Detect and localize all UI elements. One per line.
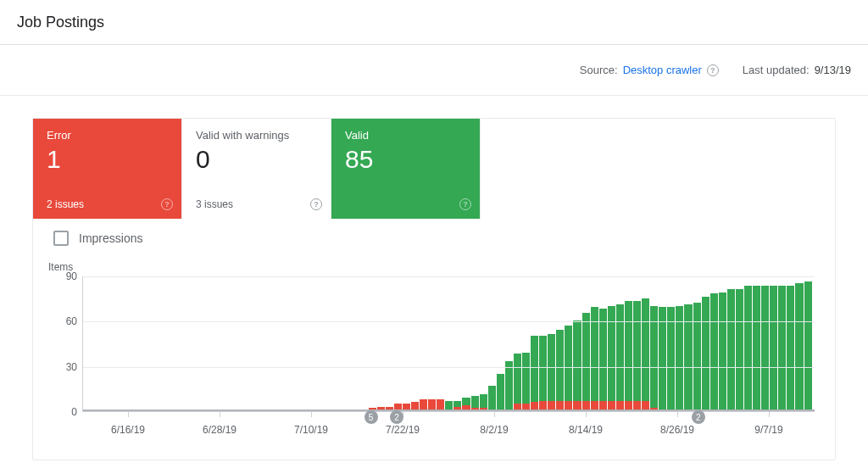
source-link[interactable]: Desktop crawler — [623, 64, 702, 76]
bar — [505, 361, 513, 411]
x-tick: 7/22/19 — [386, 424, 420, 436]
bar — [531, 336, 538, 411]
y-tick: 90 — [66, 270, 77, 282]
content: Error 1 2 issues ? Valid with warnings 0… — [0, 96, 868, 460]
tile-valid[interactable]: Valid 85 ? — [331, 119, 481, 219]
bar — [727, 289, 735, 411]
bars — [83, 276, 815, 411]
bar — [702, 297, 709, 411]
y-tick: 30 — [66, 361, 77, 373]
last-updated: Last updated: 9/13/19 — [743, 64, 851, 76]
help-icon[interactable]: ? — [161, 198, 173, 210]
meta-bar: Source: Desktop crawler ? Last updated: … — [0, 45, 868, 96]
y-axis: 0306090 — [53, 276, 82, 412]
bar — [497, 374, 504, 411]
bar — [539, 336, 547, 411]
bar — [616, 304, 624, 411]
bar — [719, 292, 726, 411]
bar — [736, 289, 743, 411]
bar — [582, 313, 590, 411]
x-axis: 6/16/196/28/197/10/197/22/198/2/198/14/1… — [82, 412, 815, 443]
bar — [642, 298, 649, 411]
bar — [633, 301, 641, 411]
tile-warning[interactable]: Valid with warnings 0 3 issues ? — [182, 119, 331, 219]
timeline-marker[interactable]: 2 — [692, 410, 705, 424]
timeline-marker[interactable]: 5 — [364, 410, 378, 424]
bar — [753, 286, 760, 411]
help-icon[interactable]: ? — [707, 64, 719, 76]
bar — [565, 326, 572, 411]
bar — [514, 354, 521, 411]
chart-section: Impressions Items 0306090 6/16/196/28/19… — [33, 219, 835, 460]
tile-error-footer: 2 issues — [47, 198, 171, 210]
x-tick: 6/28/19 — [203, 424, 236, 436]
source-info: Source: Desktop crawler ? — [580, 64, 719, 76]
bar — [795, 283, 803, 411]
tile-warning-footer: 3 issues — [196, 198, 320, 210]
bar — [761, 286, 769, 411]
help-icon[interactable]: ? — [310, 198, 322, 210]
x-tick: 8/26/19 — [660, 424, 694, 436]
bar — [625, 301, 632, 411]
bar — [667, 307, 675, 411]
bar — [710, 293, 718, 411]
bar — [770, 286, 777, 411]
y-tick: 60 — [66, 315, 77, 327]
page-header: Job Postings — [0, 0, 868, 45]
bar — [804, 281, 812, 411]
bar — [744, 286, 752, 411]
tile-valid-label: Valid — [345, 129, 470, 142]
x-tick: 9/7/19 — [754, 424, 782, 436]
tile-warning-value: 0 — [196, 145, 320, 174]
impressions-toggle[interactable]: Impressions — [53, 231, 815, 246]
zero-line — [83, 410, 815, 411]
bar — [488, 386, 496, 411]
bar — [693, 303, 701, 411]
plot-area — [82, 276, 815, 412]
y-tick: 0 — [71, 406, 77, 418]
tile-valid-value: 85 — [345, 145, 470, 174]
status-card: Error 1 2 issues ? Valid with warnings 0… — [32, 118, 836, 460]
y-axis-title: Items — [48, 261, 815, 273]
bar — [548, 334, 555, 411]
bar — [591, 307, 598, 411]
tile-error[interactable]: Error 1 2 issues ? — [33, 119, 182, 219]
page-title: Job Postings — [17, 14, 104, 31]
tile-error-value: 1 — [47, 145, 171, 174]
x-tick: 6/16/19 — [111, 424, 145, 436]
bar — [778, 286, 786, 411]
status-tiles: Error 1 2 issues ? Valid with warnings 0… — [33, 119, 835, 219]
bar — [787, 286, 794, 411]
tile-error-label: Error — [47, 129, 171, 142]
plot-frame: 0306090 — [53, 276, 815, 412]
tile-warning-label: Valid with warnings — [196, 129, 320, 142]
bar — [684, 304, 692, 411]
bar — [556, 330, 564, 411]
help-icon[interactable]: ? — [459, 198, 471, 210]
last-updated-label: Last updated: — [743, 64, 810, 76]
x-tick: 8/14/19 — [569, 424, 603, 436]
source-label: Source: — [580, 64, 618, 76]
bar — [522, 353, 530, 411]
last-updated-value: 9/13/19 — [815, 64, 851, 76]
checkbox-icon[interactable] — [53, 231, 69, 246]
bar — [659, 307, 666, 411]
impressions-label: Impressions — [79, 231, 142, 245]
x-tick: 8/2/19 — [480, 424, 508, 436]
x-tick: 7/10/19 — [294, 424, 328, 436]
bar — [599, 309, 607, 411]
timeline-marker[interactable]: 2 — [390, 410, 403, 424]
